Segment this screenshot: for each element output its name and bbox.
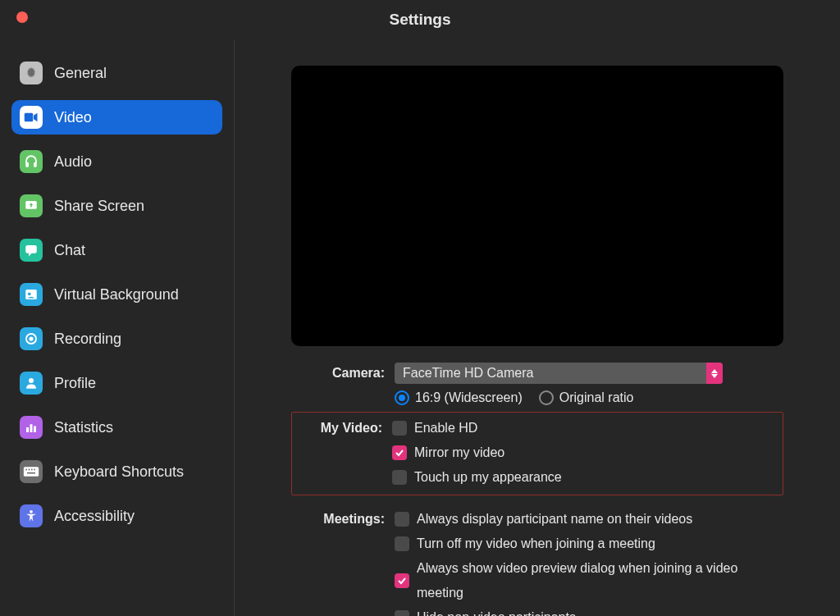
svg-point-10 bbox=[29, 378, 34, 383]
svg-rect-11 bbox=[26, 427, 29, 432]
profile-icon bbox=[20, 372, 43, 395]
settings-sidebar: General Video Audio Share bbox=[0, 39, 235, 616]
sidebar-item-chat[interactable]: Chat bbox=[11, 233, 222, 267]
window-titlebar: Settings bbox=[0, 0, 840, 39]
sidebar-item-label: Video bbox=[54, 109, 92, 126]
sidebar-item-general[interactable]: General bbox=[11, 56, 222, 90]
sidebar-item-label: Virtual Background bbox=[54, 286, 179, 303]
sidebar-item-accessibility[interactable]: Accessibility bbox=[11, 499, 222, 533]
checkbox-enable-hd[interactable]: Enable HD bbox=[392, 416, 779, 440]
sidebar-item-label: General bbox=[54, 65, 107, 82]
svg-point-9 bbox=[29, 336, 33, 340]
meetings-label: Meetings: bbox=[291, 507, 395, 616]
checkbox-hide-non-video[interactable]: Hide non-video participants bbox=[395, 605, 783, 616]
statistics-icon bbox=[20, 416, 43, 439]
record-icon bbox=[20, 327, 43, 350]
svg-rect-2 bbox=[25, 162, 29, 167]
sidebar-item-profile[interactable]: Profile bbox=[11, 366, 222, 400]
checkbox-icon bbox=[392, 445, 407, 460]
checkbox-label: Touch up my appearance bbox=[414, 465, 562, 490]
sidebar-item-label: Accessibility bbox=[54, 508, 135, 525]
sidebar-item-keyboard-shortcuts[interactable]: Keyboard Shortcuts bbox=[11, 454, 222, 489]
gear-icon bbox=[20, 62, 43, 84]
meetings-section: Meetings: Always display participant nam… bbox=[291, 507, 783, 616]
traffic-lights bbox=[16, 11, 28, 23]
checkbox-touch-up-appearance[interactable]: Touch up my appearance bbox=[392, 465, 779, 490]
checkbox-icon bbox=[395, 573, 409, 588]
checkbox-label: Always show video preview dialog when jo… bbox=[417, 556, 783, 605]
window-title: Settings bbox=[390, 11, 451, 29]
svg-rect-13 bbox=[34, 427, 36, 433]
sidebar-item-audio[interactable]: Audio bbox=[11, 144, 222, 179]
sidebar-item-label: Audio bbox=[54, 153, 92, 171]
share-screen-icon bbox=[20, 194, 43, 217]
my-video-label: My Video: bbox=[295, 416, 392, 490]
radio-label: Original ratio bbox=[559, 390, 634, 405]
close-window-button[interactable] bbox=[16, 11, 28, 23]
camera-select[interactable]: FaceTime HD Camera bbox=[395, 363, 723, 384]
settings-main-panel: Camera: FaceTime HD Camera bbox=[235, 39, 840, 616]
radio-label: 16:9 (Widescreen) bbox=[415, 390, 523, 405]
svg-rect-5 bbox=[25, 245, 37, 253]
video-settings-form: Camera: FaceTime HD Camera bbox=[291, 363, 783, 616]
video-icon bbox=[20, 106, 43, 129]
svg-point-7 bbox=[28, 292, 31, 295]
checkbox-label: Hide non-video participants bbox=[417, 605, 576, 616]
svg-rect-1 bbox=[25, 113, 34, 122]
sidebar-item-recording[interactable]: Recording bbox=[11, 322, 222, 356]
checkbox-display-participant-name[interactable]: Always display participant name on their… bbox=[395, 507, 783, 532]
camera-select-value: FaceTime HD Camera bbox=[403, 366, 533, 381]
checkbox-icon bbox=[395, 610, 409, 616]
svg-rect-16 bbox=[29, 469, 30, 471]
aspect-ratio-group: 16:9 (Widescreen) Original ratio bbox=[395, 390, 783, 405]
radio-icon bbox=[539, 390, 554, 405]
window-body: General Video Audio Share bbox=[0, 39, 840, 616]
sidebar-item-label: Statistics bbox=[54, 419, 113, 436]
settings-window: Settings General Video bbox=[0, 0, 840, 616]
svg-rect-14 bbox=[24, 467, 39, 477]
sidebar-item-label: Profile bbox=[54, 375, 96, 392]
sidebar-item-label: Share Screen bbox=[54, 198, 144, 215]
radio-original-ratio[interactable]: Original ratio bbox=[539, 390, 634, 405]
svg-rect-18 bbox=[34, 469, 35, 471]
svg-rect-3 bbox=[34, 162, 37, 167]
chat-icon bbox=[20, 239, 43, 262]
svg-rect-12 bbox=[30, 424, 33, 432]
dropdown-stepper-icon bbox=[706, 363, 723, 384]
checkbox-turn-off-video-joining[interactable]: Turn off my video when joining a meeting bbox=[395, 532, 783, 556]
sidebar-item-label: Recording bbox=[54, 331, 121, 348]
sidebar-item-label: Chat bbox=[54, 242, 85, 259]
sidebar-item-virtual-background[interactable]: Virtual Background bbox=[11, 277, 222, 312]
svg-rect-17 bbox=[31, 469, 33, 471]
checkbox-label: Always display participant name on their… bbox=[417, 507, 692, 532]
checkbox-label: Enable HD bbox=[414, 416, 477, 440]
sidebar-item-statistics[interactable]: Statistics bbox=[11, 410, 222, 445]
my-video-highlight: My Video: Enable HD Mirror m bbox=[291, 412, 783, 495]
sidebar-item-label: Keyboard Shortcuts bbox=[54, 463, 184, 481]
headphones-icon bbox=[20, 150, 43, 173]
accessibility-icon bbox=[20, 504, 43, 527]
camera-label: Camera: bbox=[291, 363, 395, 384]
radio-widescreen[interactable]: 16:9 (Widescreen) bbox=[395, 390, 523, 405]
sidebar-item-share-screen[interactable]: Share Screen bbox=[11, 189, 222, 223]
checkbox-icon bbox=[392, 470, 407, 485]
checkbox-label: Mirror my video bbox=[414, 440, 504, 465]
camera-row: Camera: FaceTime HD Camera bbox=[291, 363, 783, 405]
image-icon bbox=[20, 283, 43, 306]
video-preview bbox=[291, 66, 783, 346]
svg-rect-15 bbox=[25, 469, 27, 471]
svg-point-20 bbox=[30, 510, 33, 513]
checkbox-icon bbox=[395, 512, 409, 527]
svg-rect-19 bbox=[27, 472, 35, 474]
sidebar-item-video[interactable]: Video bbox=[11, 100, 222, 135]
radio-icon bbox=[395, 390, 409, 405]
checkbox-mirror-video[interactable]: Mirror my video bbox=[392, 440, 779, 465]
checkbox-label: Turn off my video when joining a meeting bbox=[417, 532, 655, 556]
keyboard-icon bbox=[20, 460, 43, 483]
checkbox-icon bbox=[395, 536, 409, 551]
checkbox-icon bbox=[392, 421, 407, 436]
checkbox-show-video-preview[interactable]: Always show video preview dialog when jo… bbox=[395, 556, 783, 605]
